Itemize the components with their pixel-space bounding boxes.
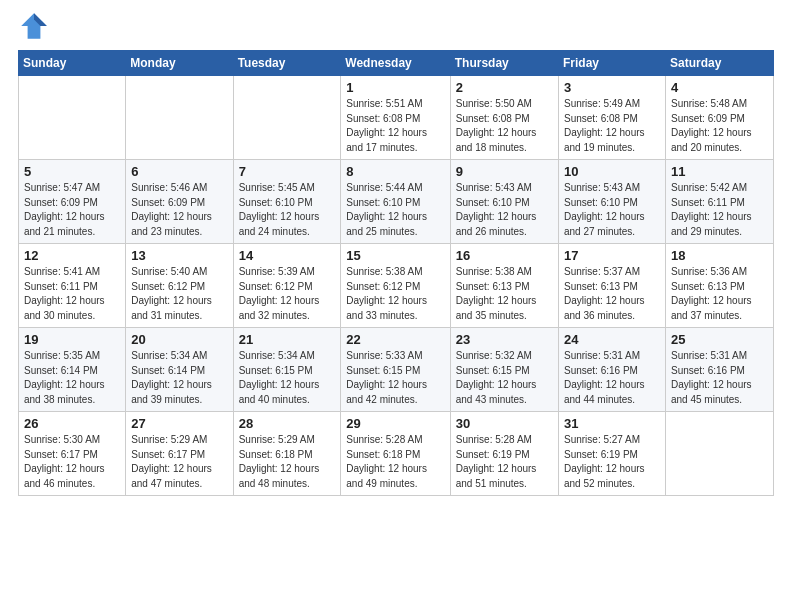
day-number: 3 [564,80,660,95]
day-number: 4 [671,80,768,95]
week-row-2: 5Sunrise: 5:47 AM Sunset: 6:09 PM Daylig… [19,160,774,244]
day-number: 25 [671,332,768,347]
day-number: 10 [564,164,660,179]
logo [18,10,54,42]
weekday-header-sunday: Sunday [19,51,126,76]
day-info: Sunrise: 5:48 AM Sunset: 6:09 PM Dayligh… [671,97,768,155]
weekday-header-saturday: Saturday [665,51,773,76]
calendar-cell: 11Sunrise: 5:42 AM Sunset: 6:11 PM Dayli… [665,160,773,244]
calendar-cell: 30Sunrise: 5:28 AM Sunset: 6:19 PM Dayli… [450,412,558,496]
day-number: 14 [239,248,336,263]
weekday-header-friday: Friday [558,51,665,76]
calendar-cell: 17Sunrise: 5:37 AM Sunset: 6:13 PM Dayli… [558,244,665,328]
day-number: 16 [456,248,553,263]
calendar-cell: 2Sunrise: 5:50 AM Sunset: 6:08 PM Daylig… [450,76,558,160]
day-number: 20 [131,332,227,347]
day-info: Sunrise: 5:33 AM Sunset: 6:15 PM Dayligh… [346,349,444,407]
day-number: 23 [456,332,553,347]
weekday-header-row: SundayMondayTuesdayWednesdayThursdayFrid… [19,51,774,76]
calendar-cell: 19Sunrise: 5:35 AM Sunset: 6:14 PM Dayli… [19,328,126,412]
calendar-cell: 7Sunrise: 5:45 AM Sunset: 6:10 PM Daylig… [233,160,341,244]
day-info: Sunrise: 5:39 AM Sunset: 6:12 PM Dayligh… [239,265,336,323]
calendar-cell: 29Sunrise: 5:28 AM Sunset: 6:18 PM Dayli… [341,412,450,496]
day-info: Sunrise: 5:28 AM Sunset: 6:19 PM Dayligh… [456,433,553,491]
day-info: Sunrise: 5:42 AM Sunset: 6:11 PM Dayligh… [671,181,768,239]
day-info: Sunrise: 5:51 AM Sunset: 6:08 PM Dayligh… [346,97,444,155]
day-number: 31 [564,416,660,431]
week-row-1: 1Sunrise: 5:51 AM Sunset: 6:08 PM Daylig… [19,76,774,160]
calendar-cell: 1Sunrise: 5:51 AM Sunset: 6:08 PM Daylig… [341,76,450,160]
day-number: 12 [24,248,120,263]
calendar-cell: 4Sunrise: 5:48 AM Sunset: 6:09 PM Daylig… [665,76,773,160]
calendar-cell: 27Sunrise: 5:29 AM Sunset: 6:17 PM Dayli… [126,412,233,496]
week-row-5: 26Sunrise: 5:30 AM Sunset: 6:17 PM Dayli… [19,412,774,496]
day-info: Sunrise: 5:30 AM Sunset: 6:17 PM Dayligh… [24,433,120,491]
calendar-cell: 14Sunrise: 5:39 AM Sunset: 6:12 PM Dayli… [233,244,341,328]
calendar-cell [233,76,341,160]
week-row-4: 19Sunrise: 5:35 AM Sunset: 6:14 PM Dayli… [19,328,774,412]
day-info: Sunrise: 5:41 AM Sunset: 6:11 PM Dayligh… [24,265,120,323]
day-number: 26 [24,416,120,431]
calendar-cell: 31Sunrise: 5:27 AM Sunset: 6:19 PM Dayli… [558,412,665,496]
day-number: 22 [346,332,444,347]
day-number: 13 [131,248,227,263]
day-info: Sunrise: 5:34 AM Sunset: 6:14 PM Dayligh… [131,349,227,407]
day-number: 7 [239,164,336,179]
calendar-cell [665,412,773,496]
day-info: Sunrise: 5:46 AM Sunset: 6:09 PM Dayligh… [131,181,227,239]
calendar-cell: 21Sunrise: 5:34 AM Sunset: 6:15 PM Dayli… [233,328,341,412]
header [18,10,774,42]
day-number: 8 [346,164,444,179]
weekday-header-tuesday: Tuesday [233,51,341,76]
day-info: Sunrise: 5:37 AM Sunset: 6:13 PM Dayligh… [564,265,660,323]
calendar-cell: 24Sunrise: 5:31 AM Sunset: 6:16 PM Dayli… [558,328,665,412]
day-info: Sunrise: 5:43 AM Sunset: 6:10 PM Dayligh… [564,181,660,239]
day-info: Sunrise: 5:29 AM Sunset: 6:18 PM Dayligh… [239,433,336,491]
day-info: Sunrise: 5:50 AM Sunset: 6:08 PM Dayligh… [456,97,553,155]
day-info: Sunrise: 5:43 AM Sunset: 6:10 PM Dayligh… [456,181,553,239]
day-info: Sunrise: 5:28 AM Sunset: 6:18 PM Dayligh… [346,433,444,491]
day-info: Sunrise: 5:31 AM Sunset: 6:16 PM Dayligh… [564,349,660,407]
calendar-cell: 23Sunrise: 5:32 AM Sunset: 6:15 PM Dayli… [450,328,558,412]
calendar-cell: 20Sunrise: 5:34 AM Sunset: 6:14 PM Dayli… [126,328,233,412]
day-number: 24 [564,332,660,347]
day-info: Sunrise: 5:38 AM Sunset: 6:12 PM Dayligh… [346,265,444,323]
day-number: 1 [346,80,444,95]
calendar-cell: 5Sunrise: 5:47 AM Sunset: 6:09 PM Daylig… [19,160,126,244]
day-number: 19 [24,332,120,347]
day-info: Sunrise: 5:45 AM Sunset: 6:10 PM Dayligh… [239,181,336,239]
calendar-cell [126,76,233,160]
day-number: 30 [456,416,553,431]
calendar: SundayMondayTuesdayWednesdayThursdayFrid… [18,50,774,496]
day-number: 15 [346,248,444,263]
calendar-cell [19,76,126,160]
day-number: 2 [456,80,553,95]
logo-icon [18,10,50,42]
calendar-cell: 13Sunrise: 5:40 AM Sunset: 6:12 PM Dayli… [126,244,233,328]
day-info: Sunrise: 5:47 AM Sunset: 6:09 PM Dayligh… [24,181,120,239]
calendar-cell: 15Sunrise: 5:38 AM Sunset: 6:12 PM Dayli… [341,244,450,328]
calendar-cell: 16Sunrise: 5:38 AM Sunset: 6:13 PM Dayli… [450,244,558,328]
calendar-cell: 26Sunrise: 5:30 AM Sunset: 6:17 PM Dayli… [19,412,126,496]
day-number: 6 [131,164,227,179]
calendar-cell: 6Sunrise: 5:46 AM Sunset: 6:09 PM Daylig… [126,160,233,244]
day-info: Sunrise: 5:31 AM Sunset: 6:16 PM Dayligh… [671,349,768,407]
day-info: Sunrise: 5:44 AM Sunset: 6:10 PM Dayligh… [346,181,444,239]
day-info: Sunrise: 5:36 AM Sunset: 6:13 PM Dayligh… [671,265,768,323]
calendar-cell: 9Sunrise: 5:43 AM Sunset: 6:10 PM Daylig… [450,160,558,244]
calendar-cell: 10Sunrise: 5:43 AM Sunset: 6:10 PM Dayli… [558,160,665,244]
calendar-cell: 3Sunrise: 5:49 AM Sunset: 6:08 PM Daylig… [558,76,665,160]
calendar-cell: 28Sunrise: 5:29 AM Sunset: 6:18 PM Dayli… [233,412,341,496]
day-info: Sunrise: 5:34 AM Sunset: 6:15 PM Dayligh… [239,349,336,407]
day-info: Sunrise: 5:27 AM Sunset: 6:19 PM Dayligh… [564,433,660,491]
day-number: 5 [24,164,120,179]
day-number: 18 [671,248,768,263]
calendar-cell: 18Sunrise: 5:36 AM Sunset: 6:13 PM Dayli… [665,244,773,328]
day-info: Sunrise: 5:35 AM Sunset: 6:14 PM Dayligh… [24,349,120,407]
weekday-header-thursday: Thursday [450,51,558,76]
day-number: 9 [456,164,553,179]
day-info: Sunrise: 5:29 AM Sunset: 6:17 PM Dayligh… [131,433,227,491]
calendar-cell: 12Sunrise: 5:41 AM Sunset: 6:11 PM Dayli… [19,244,126,328]
day-number: 21 [239,332,336,347]
day-number: 11 [671,164,768,179]
